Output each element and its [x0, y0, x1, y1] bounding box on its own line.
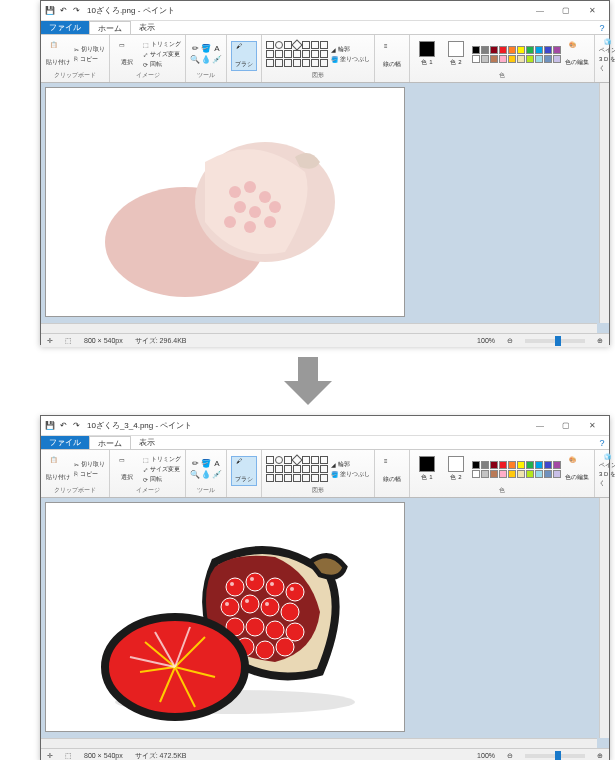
edit-colors-button[interactable]: 🎨 色の編集 [564, 39, 590, 69]
line-width-button[interactable]: ≡ 線の幅 [379, 456, 405, 486]
tool-button[interactable]: A [212, 459, 222, 469]
color-swatch[interactable] [490, 461, 498, 469]
zoom-in-button[interactable]: ⊕ [597, 752, 603, 760]
resize-button[interactable]: ⤢ サイズ変更 [143, 465, 181, 474]
close-button[interactable]: ✕ [579, 419, 605, 433]
color-swatch[interactable] [553, 55, 561, 63]
scrollbar-horizontal[interactable] [41, 738, 597, 748]
undo-icon[interactable]: ↶ [58, 421, 68, 431]
scrollbar-vertical[interactable] [599, 83, 609, 323]
color-swatch[interactable] [472, 55, 480, 63]
scrollbar-vertical[interactable] [599, 498, 609, 738]
save-icon[interactable]: 💾 [45, 6, 55, 16]
tab-view[interactable]: 表示 [131, 21, 163, 34]
color-swatch[interactable] [553, 461, 561, 469]
color-swatch[interactable] [517, 470, 525, 478]
shape-fill-button[interactable]: 🪣 塗りつぶし [331, 470, 370, 479]
scrollbar-horizontal[interactable] [41, 323, 597, 333]
color-swatch[interactable] [526, 46, 534, 54]
tool-button[interactable]: 🪣 [201, 459, 211, 469]
color-swatch[interactable] [472, 470, 480, 478]
color-swatch[interactable] [499, 46, 507, 54]
color-swatch[interactable] [544, 46, 552, 54]
tool-button[interactable]: 🔍 [190, 55, 200, 65]
minimize-button[interactable]: — [527, 4, 553, 18]
tool-button[interactable]: 🔍 [190, 470, 200, 480]
minimize-button[interactable]: — [527, 419, 553, 433]
line-width-button[interactable]: ≡ 線の幅 [379, 41, 405, 71]
color-swatch[interactable] [490, 470, 498, 478]
rotate-button[interactable]: ⟳ 回転 [143, 475, 181, 484]
color-swatch[interactable] [490, 46, 498, 54]
color-swatch[interactable] [508, 55, 516, 63]
tab-view[interactable]: 表示 [131, 436, 163, 449]
tool-button[interactable]: A [212, 44, 222, 54]
cut-button[interactable]: ✂ 切り取り [74, 45, 105, 54]
crop-button[interactable]: ⬚ トリミング [143, 455, 181, 464]
edit-colors-button[interactable]: 🎨 色の編集 [564, 454, 590, 484]
shape-outline-button[interactable]: ◢ 輪郭 [331, 45, 370, 54]
tool-button[interactable]: 💉 [212, 55, 222, 65]
tool-button[interactable]: 🪣 [201, 44, 211, 54]
color-swatch[interactable] [517, 55, 525, 63]
color-swatch[interactable] [526, 470, 534, 478]
tab-home[interactable]: ホーム [89, 436, 131, 449]
color-swatch[interactable] [490, 55, 498, 63]
tool-button[interactable]: 💧 [201, 55, 211, 65]
color-swatch[interactable] [517, 46, 525, 54]
color-swatch[interactable] [535, 46, 543, 54]
canvas[interactable] [45, 502, 405, 732]
color2-button[interactable]: 色 2 [443, 39, 469, 69]
close-button[interactable]: ✕ [579, 4, 605, 18]
color-swatch[interactable] [553, 470, 561, 478]
redo-icon[interactable]: ↷ [71, 6, 81, 16]
help-icon[interactable]: ? [595, 436, 609, 449]
color-swatch[interactable] [472, 461, 480, 469]
zoom-slider[interactable] [525, 754, 585, 758]
paint3d-button[interactable]: 🧊 ペイント 3 D を開く [599, 41, 615, 71]
paste-button[interactable]: 📋 貼り付け [45, 39, 71, 69]
cut-button[interactable]: ✂ 切り取り [74, 460, 105, 469]
help-icon[interactable]: ? [595, 21, 609, 34]
color-swatch[interactable] [508, 461, 516, 469]
zoom-out-button[interactable]: ⊖ [507, 752, 513, 760]
color-swatch[interactable] [508, 46, 516, 54]
color-swatch[interactable] [526, 55, 534, 63]
color-swatch[interactable] [553, 46, 561, 54]
color-swatch[interactable] [499, 470, 507, 478]
tab-file[interactable]: ファイル [41, 21, 89, 34]
color-swatch[interactable] [526, 461, 534, 469]
maximize-button[interactable]: ▢ [553, 4, 579, 18]
tab-home[interactable]: ホーム [89, 21, 131, 34]
shapes-gallery[interactable] [266, 456, 328, 482]
zoom-in-button[interactable]: ⊕ [597, 337, 603, 345]
color2-button[interactable]: 色 2 [443, 454, 469, 484]
rotate-button[interactable]: ⟳ 回転 [143, 60, 181, 69]
crop-button[interactable]: ⬚ トリミング [143, 40, 181, 49]
zoom-slider[interactable] [525, 339, 585, 343]
shape-fill-button[interactable]: 🪣 塗りつぶし [331, 55, 370, 64]
color-swatch[interactable] [481, 470, 489, 478]
zoom-out-button[interactable]: ⊖ [507, 337, 513, 345]
shape-outline-button[interactable]: ◢ 輪郭 [331, 460, 370, 469]
brush-button[interactable]: 🖌 ブラシ [231, 456, 257, 486]
color-swatch[interactable] [499, 461, 507, 469]
copy-button[interactable]: ⎘ コピー [74, 470, 105, 479]
color-swatch[interactable] [544, 461, 552, 469]
color-swatch[interactable] [544, 470, 552, 478]
canvas[interactable] [45, 87, 405, 317]
brush-button[interactable]: 🖌 ブラシ [231, 41, 257, 71]
color-swatch[interactable] [544, 55, 552, 63]
tool-button[interactable]: 💉 [212, 470, 222, 480]
tool-button[interactable]: ✏ [190, 44, 200, 54]
color1-button[interactable]: 色 1 [414, 39, 440, 69]
tool-button[interactable]: ✏ [190, 459, 200, 469]
redo-icon[interactable]: ↷ [71, 421, 81, 431]
shapes-gallery[interactable] [266, 41, 328, 67]
color-swatch[interactable] [535, 55, 543, 63]
color-swatch[interactable] [535, 461, 543, 469]
tab-file[interactable]: ファイル [41, 436, 89, 449]
color-swatch[interactable] [481, 46, 489, 54]
select-button[interactable]: ▭ 選択 [114, 39, 140, 69]
resize-button[interactable]: ⤢ サイズ変更 [143, 50, 181, 59]
